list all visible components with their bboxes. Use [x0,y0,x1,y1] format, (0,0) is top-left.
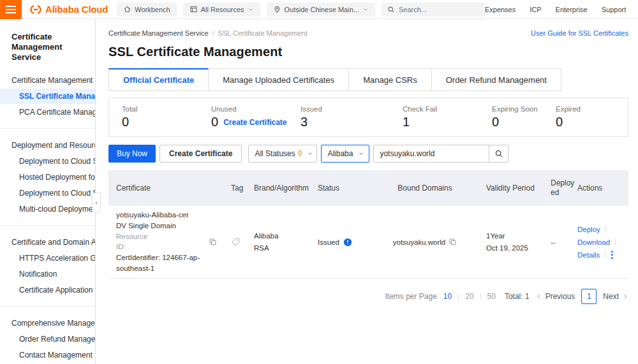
breadcrumb-parent[interactable]: Certificate Management Service [108,29,209,37]
sidebar-item-notification[interactable]: Notification [0,266,95,282]
page-size-20[interactable]: 20 [465,292,473,301]
items-per-page-label: Items per Page [385,292,436,301]
table-row: yotsuyaku-Alibaba-cer DV Single Domain R… [108,206,628,279]
header-bound-domains: Bound Domains [367,184,482,193]
next-label: Next [603,292,619,301]
status-filter-label: All Statuses [255,149,295,158]
tab-manage-uploaded-certificates[interactable]: Manage Uploaded Certificates [209,68,349,91]
divider [0,306,95,307]
topbar: Alibaba Cloud Workbench All Resources Ou… [0,0,638,19]
more-actions-kebab-icon[interactable] [611,251,614,259]
stat-value: 0 [492,115,499,129]
certificate-type: DV Single Domain [116,221,230,231]
brand-value: Alibaba [254,230,311,242]
sidebar-item-pca-certificate-management[interactable]: PCA Certificate Managem [0,105,95,120]
sidebar-item-deployment-to-cloud-1[interactable]: Deployment to Cloud Ser [0,154,95,169]
topbar-search[interactable] [382,3,485,17]
group-header-label: Deployment and Resource M [11,141,95,150]
support-link[interactable]: Support [602,6,627,13]
sidebar-group-certificate-domain[interactable]: Certificate and Domain Appl [0,235,95,250]
validity-date: Oct 19, 2025 [486,242,549,254]
stat-label: Issued [300,105,403,113]
current-page-button[interactable]: 1 [581,289,597,304]
create-certificate-link[interactable]: Create Certificate [223,118,286,127]
topbar-search-input[interactable] [399,6,469,13]
enterprise-link[interactable]: Enterprise [556,6,588,13]
next-page-button[interactable]: Next [603,292,628,301]
tag-icon[interactable] [231,237,248,247]
user-guide-link[interactable]: User Guide for SSL Certificates [531,29,628,37]
home-icon [123,5,131,13]
icp-link[interactable]: ICP [530,6,541,13]
workbench-label: Workbench [135,6,170,13]
menu-icon[interactable] [0,0,22,19]
brand-filter-select[interactable]: Alibaba [321,145,369,163]
sidebar-item-order-refund[interactable]: Order Refund Managemen [0,331,95,347]
stat-expiring-soon: Expiring Soon 0 [492,105,556,129]
chevron-down-icon [353,150,364,157]
create-certificate-button[interactable]: Create Certificate [160,145,242,163]
details-action-link[interactable]: Details [577,249,600,261]
sidebar-group-comprehensive[interactable]: Comprehensive Managemen [0,316,95,331]
stat-check-fail: Check Fail 1 [403,105,492,129]
workbench-button[interactable]: Workbench [117,3,176,17]
divider [605,226,606,233]
alibaba-cloud-logo[interactable]: Alibaba Cloud [29,4,108,15]
deploy-action-link[interactable]: Deploy [577,223,600,236]
stat-label: Expiring Soon [492,105,556,113]
chevron-right-icon [622,293,628,300]
status-value: Issued [318,238,339,246]
toolbar: Buy Now Create Certificate All Statuses … [108,145,628,163]
resources-icon [189,5,198,13]
tag-cell [230,237,248,247]
expenses-link[interactable]: Expenses [485,6,516,13]
page-size-50[interactable]: 50 [487,292,496,301]
divider [0,225,95,226]
certificate-search-input[interactable] [374,145,489,162]
sidebar-item-https-acceleration[interactable]: HTTPS Acceleration Gate [0,251,95,266]
tab-official-certificate[interactable]: Official Certificate [108,68,209,91]
status-count-badge: 9 [298,149,302,158]
table-header: Certificate Tag Brand/Algorithm Status B… [108,170,628,206]
sidebar-item-ssl-certificate-management[interactable]: SSL Certificate Manager [0,89,95,104]
tab-order-refund-management[interactable]: Order Refund Management [432,68,561,91]
info-icon[interactable] [343,238,352,247]
algorithm-value: RSA [254,242,311,254]
previous-page-button[interactable]: Previous [536,292,575,301]
brand-algorithm-cell: Alibaba RSA [248,230,311,254]
page-title: SSL Certificate Management [108,45,628,59]
sidebar: Certificate Management Service Certifica… [0,19,96,364]
all-resources-dropdown[interactable]: All Resources [183,3,260,17]
status-cell: Issued [311,238,367,247]
tab-manage-csrs[interactable]: Manage CSRs [349,68,432,91]
divider [458,293,459,300]
divider [615,239,616,245]
chevron-down-icon [248,6,254,13]
actions-cell: Deploy Download Details [575,223,628,261]
certificate-name: yotsuyaku-Alibaba-cer [116,210,230,221]
region-selector[interactable]: Outside Chinese Main... [267,3,375,17]
sidebar-item-multicloud-deployment[interactable]: Multi-cloud Deployment [0,201,95,217]
chevron-left-icon [536,293,542,300]
search-submit-button[interactable] [489,145,508,162]
sidebar-item-deployment-to-cloud-2[interactable]: Deployment to Cloud Ser [0,186,95,201]
status-filter-select[interactable]: All Statuses 9 [248,145,317,163]
sidebar-group-deployment[interactable]: Deployment and Resource M [0,138,95,153]
previous-label: Previous [545,292,575,301]
header-tag: Tag [230,184,248,193]
sidebar-item-hosted-deployment[interactable]: Hosted Deployment for C [0,170,95,185]
sidebar-collapse-handle[interactable] [92,193,101,213]
sidebar-item-contact-management[interactable]: Contact Management [0,347,95,363]
download-action-link[interactable]: Download [577,236,610,249]
certificate-search [373,145,508,163]
sidebar-group-certificate-management[interactable]: Certificate Management [0,73,95,88]
header-certificate: Certificate [108,184,230,193]
buy-now-button[interactable]: Buy Now [108,145,156,163]
copy-icon[interactable] [209,238,217,246]
stats-card: Total 0 Unused 0 Create Certificate Issu… [108,98,628,137]
sidebar-item-certificate-application[interactable]: Certificate Application Re [0,282,95,298]
divider [605,252,605,258]
page-size-10[interactable]: 10 [443,292,452,301]
copy-icon[interactable] [449,238,457,246]
all-resources-label: All Resources [201,6,244,13]
